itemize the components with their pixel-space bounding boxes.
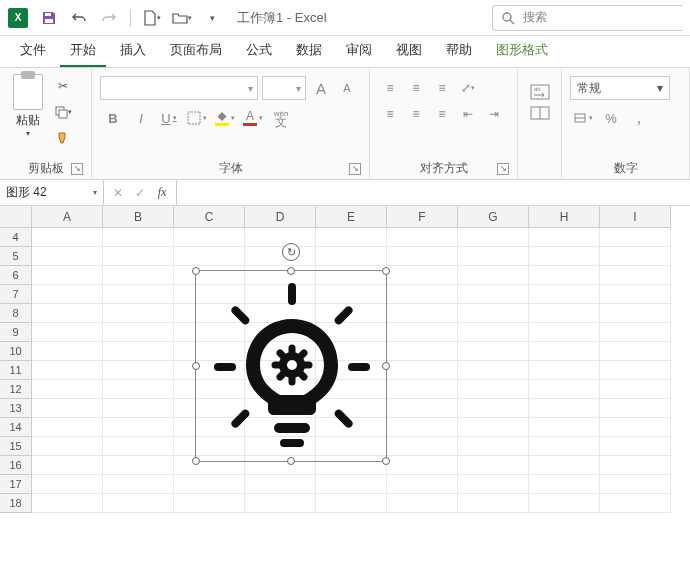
cell[interactable] xyxy=(458,247,529,266)
cell[interactable] xyxy=(32,380,103,399)
row-header[interactable]: 13 xyxy=(0,399,32,418)
row-header[interactable]: 15 xyxy=(0,437,32,456)
resize-handle[interactable] xyxy=(382,457,390,465)
cell[interactable] xyxy=(387,285,458,304)
font-color-button[interactable]: A▾ xyxy=(240,106,266,130)
paste-button[interactable]: 粘贴 ▾ xyxy=(6,72,50,138)
cell[interactable] xyxy=(458,361,529,380)
name-box[interactable]: 图形 42 ▾ xyxy=(0,180,104,205)
align-bottom-button[interactable]: ≡ xyxy=(430,76,454,100)
align-middle-button[interactable]: ≡ xyxy=(404,76,428,100)
italic-button[interactable]: I xyxy=(128,106,154,130)
cell[interactable] xyxy=(316,475,387,494)
cell[interactable] xyxy=(600,494,671,513)
cell[interactable] xyxy=(103,380,174,399)
resize-handle[interactable] xyxy=(287,457,295,465)
cell[interactable] xyxy=(103,304,174,323)
decrease-indent-button[interactable]: ⇤ xyxy=(456,102,480,126)
cell[interactable] xyxy=(174,228,245,247)
cell[interactable] xyxy=(529,380,600,399)
cell[interactable] xyxy=(32,475,103,494)
resize-handle[interactable] xyxy=(382,362,390,370)
select-all-corner[interactable] xyxy=(0,206,32,228)
cell[interactable] xyxy=(103,418,174,437)
increase-font-button[interactable]: A xyxy=(310,77,332,99)
col-header[interactable]: D xyxy=(245,206,316,228)
row-header[interactable]: 12 xyxy=(0,380,32,399)
resize-handle[interactable] xyxy=(192,362,200,370)
cell[interactable] xyxy=(103,437,174,456)
cell[interactable] xyxy=(600,361,671,380)
cell[interactable] xyxy=(103,475,174,494)
cell[interactable] xyxy=(458,323,529,342)
underline-button[interactable]: U▾ xyxy=(156,106,182,130)
font-family-combo[interactable]: ▾ xyxy=(100,76,258,100)
cell[interactable] xyxy=(245,494,316,513)
col-header[interactable]: H xyxy=(529,206,600,228)
undo-icon[interactable] xyxy=(68,7,90,29)
increase-indent-button[interactable]: ⇥ xyxy=(482,102,506,126)
worksheet-grid[interactable]: A B C D E F G H I 4567891011121314151617… xyxy=(0,206,690,513)
col-header[interactable]: G xyxy=(458,206,529,228)
insert-function-button[interactable]: fx xyxy=(152,183,172,203)
cell[interactable] xyxy=(458,399,529,418)
cell[interactable] xyxy=(103,323,174,342)
new-file-icon[interactable]: ▾ xyxy=(141,7,163,29)
cell[interactable] xyxy=(600,418,671,437)
cell[interactable] xyxy=(245,228,316,247)
bold-button[interactable]: B xyxy=(100,106,126,130)
tab-home[interactable]: 开始 xyxy=(60,35,106,67)
resize-handle[interactable] xyxy=(287,267,295,275)
cell[interactable] xyxy=(387,456,458,475)
cell[interactable] xyxy=(458,304,529,323)
accounting-format-button[interactable]: ▾ xyxy=(570,106,596,130)
cell[interactable] xyxy=(387,437,458,456)
font-size-combo[interactable]: ▾ xyxy=(262,76,306,100)
resize-handle[interactable] xyxy=(192,457,200,465)
wrap-text-button[interactable]: ab xyxy=(525,76,555,128)
cell[interactable] xyxy=(458,380,529,399)
cell[interactable] xyxy=(32,418,103,437)
cell[interactable] xyxy=(529,228,600,247)
cell[interactable] xyxy=(316,247,387,266)
cell[interactable] xyxy=(600,380,671,399)
cell[interactable] xyxy=(174,494,245,513)
align-top-button[interactable]: ≡ xyxy=(378,76,402,100)
dialog-launcher-icon[interactable]: ↘ xyxy=(349,163,361,175)
cell[interactable] xyxy=(529,304,600,323)
resize-handle[interactable] xyxy=(192,267,200,275)
redo-icon[interactable] xyxy=(98,7,120,29)
cell[interactable] xyxy=(387,399,458,418)
cell[interactable] xyxy=(316,494,387,513)
cell[interactable] xyxy=(529,399,600,418)
cell[interactable] xyxy=(316,228,387,247)
tab-shape-format[interactable]: 图形格式 xyxy=(486,35,558,67)
phonetic-guide-button[interactable]: wén文 xyxy=(268,106,294,130)
cell[interactable] xyxy=(387,418,458,437)
selected-shape[interactable] xyxy=(195,270,387,462)
border-button[interactable]: ▾ xyxy=(184,106,210,130)
cell[interactable] xyxy=(600,437,671,456)
tab-formulas[interactable]: 公式 xyxy=(236,35,282,67)
row-header[interactable]: 6 xyxy=(0,266,32,285)
dialog-launcher-icon[interactable]: ↘ xyxy=(497,163,509,175)
format-painter-button[interactable] xyxy=(52,128,74,148)
cell[interactable] xyxy=(103,247,174,266)
cell[interactable] xyxy=(387,323,458,342)
tab-insert[interactable]: 插入 xyxy=(110,35,156,67)
tab-view[interactable]: 视图 xyxy=(386,35,432,67)
col-header[interactable]: I xyxy=(600,206,671,228)
cell[interactable] xyxy=(32,323,103,342)
cut-button[interactable]: ✂ xyxy=(52,76,74,96)
cell[interactable] xyxy=(32,361,103,380)
row-header[interactable]: 8 xyxy=(0,304,32,323)
dialog-launcher-icon[interactable]: ↘ xyxy=(71,163,83,175)
cell[interactable] xyxy=(458,437,529,456)
enter-formula-button[interactable]: ✓ xyxy=(130,183,150,203)
cell[interactable] xyxy=(387,247,458,266)
number-format-combo[interactable]: 常规▾ xyxy=(570,76,670,100)
cell[interactable] xyxy=(32,228,103,247)
row-header[interactable]: 7 xyxy=(0,285,32,304)
cell[interactable] xyxy=(458,456,529,475)
cell[interactable] xyxy=(529,323,600,342)
